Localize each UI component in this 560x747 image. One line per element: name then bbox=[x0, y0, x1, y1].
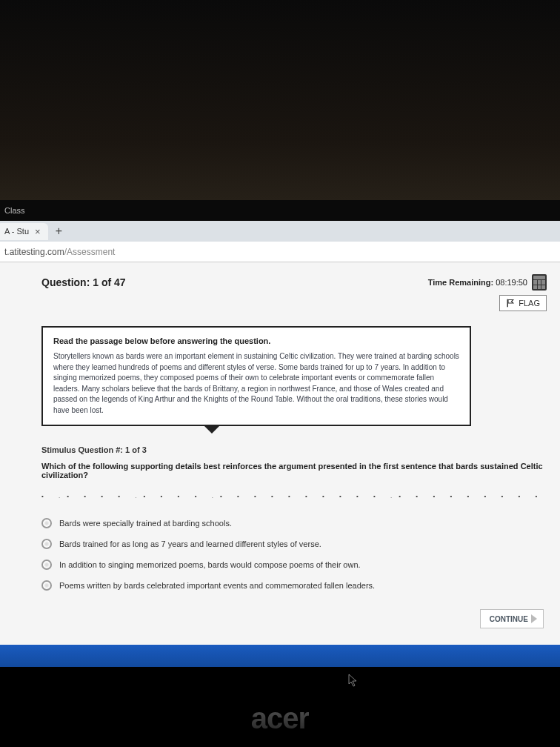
option-a[interactable]: Bards were specially trained at barding … bbox=[41, 513, 547, 534]
url-host: t.atitesting.com bbox=[4, 247, 64, 257]
physical-background bbox=[0, 0, 560, 200]
question-text: Which of the following supporting detail… bbox=[41, 462, 547, 479]
question-counter: Question: 1 of 47 bbox=[41, 276, 126, 288]
browser-chrome: A - Stu × + t.atitesting.com/Assessment bbox=[0, 221, 560, 262]
footer-bar bbox=[0, 645, 560, 667]
new-tab-button[interactable]: + bbox=[48, 225, 70, 238]
assessment-page: Question: 1 of 47 Time Remaining: 08:19:… bbox=[0, 262, 560, 645]
address-bar[interactable]: t.atitesting.com/Assessment bbox=[0, 242, 560, 262]
os-taskbar: Class bbox=[0, 200, 560, 221]
continue-button[interactable]: CONTINUE bbox=[480, 609, 544, 628]
radio-icon[interactable] bbox=[41, 560, 52, 570]
radio-icon[interactable] bbox=[41, 580, 52, 591]
passage-instruction: Read the passage below before answering … bbox=[53, 336, 459, 345]
option-label: Bards trained for as long as 7 years and… bbox=[59, 540, 321, 548]
arrow-right-icon bbox=[531, 614, 537, 623]
header-right: Time Remaining: 08:19:50 bbox=[428, 274, 547, 290]
time-remaining: Time Remaining: 08:19:50 bbox=[428, 278, 527, 287]
passage-box: Read the passage below before answering … bbox=[41, 326, 471, 426]
passage-body: Storytellers known as bards were an impo… bbox=[53, 351, 459, 416]
taskbar-label: Class bbox=[4, 206, 25, 215]
stimulus-counter: Stimulus Question #: 1 of 3 bbox=[41, 445, 547, 454]
answer-options: Bards were specially trained at barding … bbox=[41, 513, 547, 596]
option-c[interactable]: In addition to singing memorized poems, … bbox=[41, 554, 547, 575]
calculator-icon[interactable] bbox=[532, 274, 547, 290]
tab-title: A - Stu bbox=[4, 227, 29, 236]
radio-icon[interactable] bbox=[41, 518, 52, 528]
laptop-bezel: acer bbox=[0, 667, 560, 747]
flag-icon bbox=[506, 299, 515, 308]
continue-label: CONTINUE bbox=[490, 615, 528, 623]
tab-strip: A - Stu × + bbox=[0, 221, 560, 242]
flag-button[interactable]: FLAG bbox=[499, 295, 547, 311]
divider-dots: • .• • • • .• • • • .• • • • • • • • • •… bbox=[41, 493, 547, 499]
browser-tab[interactable]: A - Stu × bbox=[0, 223, 48, 240]
option-label: In addition to singing memorized poems, … bbox=[59, 560, 361, 569]
url-path: /Assessment bbox=[64, 247, 116, 257]
option-b[interactable]: Bards trained for as long as 7 years and… bbox=[41, 534, 547, 554]
chevron-down-icon bbox=[204, 426, 219, 434]
laptop-logo: acer bbox=[251, 702, 309, 735]
option-label: Bards were specially trained at barding … bbox=[59, 519, 232, 528]
radio-icon[interactable] bbox=[41, 539, 52, 549]
option-d[interactable]: Poems written by bards celebrated import… bbox=[41, 575, 547, 596]
flag-label: FLAG bbox=[519, 299, 540, 308]
option-label: Poems written by bards celebrated import… bbox=[59, 581, 375, 590]
question-header: Question: 1 of 47 Time Remaining: 08:19:… bbox=[41, 274, 547, 290]
close-icon[interactable]: × bbox=[35, 227, 41, 236]
mouse-cursor bbox=[348, 674, 359, 687]
